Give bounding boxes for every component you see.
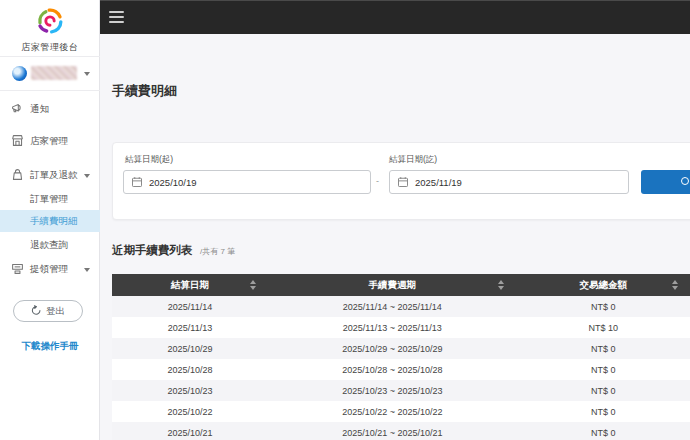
sidebar-item-withdrawal-management[interactable]: 提領管理 <box>0 260 100 280</box>
column-header-total-amount[interactable]: 交易總金額 <box>517 274 690 296</box>
table-cell: 2025/11/13 <box>112 317 268 338</box>
sidebar-item-store-management[interactable]: 店家管理 <box>0 132 100 152</box>
search-button[interactable] <box>641 170 690 194</box>
table-cell: NT$ 0 <box>517 401 690 422</box>
table-row: 2025/10/222025/10/22 ~ 2025/10/22NT$ 0 <box>112 401 690 422</box>
column-label: 交易總金額 <box>580 279 628 290</box>
main-content: 手續費明細 結算日期(起) - 結算日期(訖) 近期手續費列表 /共有 7 筆 <box>100 34 690 440</box>
table-cell: 2025/11/14 ~ 2025/11/14 <box>268 296 517 317</box>
table-cell: 2025/10/29 ~ 2025/10/29 <box>268 338 517 359</box>
table-header-row: 結算日期 手續費週期 交易總金額 <box>112 274 690 296</box>
table-cell: 2025/10/21 <box>112 422 268 440</box>
hamburger-menu-icon[interactable] <box>109 11 124 23</box>
date-range-separator: - <box>376 176 379 186</box>
start-date-input[interactable] <box>123 170 371 194</box>
sidebar-subitem-fee-details[interactable]: 手續費明細 <box>0 210 100 232</box>
start-date-value[interactable] <box>149 177 370 188</box>
search-icon <box>681 177 689 185</box>
list-title: 近期手續費列表 <box>112 244 193 256</box>
table-row: 2025/11/132025/11/13 ~ 2025/11/13NT$ 10 <box>112 317 690 338</box>
table-cell: NT$ 0 <box>517 296 690 317</box>
table-cell: NT$ 0 <box>517 359 690 380</box>
sidebar-subitem-label: 退款查詢 <box>30 239 68 252</box>
table-cell: 2025/10/21 ~ 2025/10/21 <box>268 422 517 440</box>
sidebar-item-label: 店家管理 <box>30 135 68 148</box>
sidebar-subitem-label: 訂單管理 <box>30 193 68 206</box>
list-header: 近期手續費列表 /共有 7 筆 <box>112 240 235 258</box>
app-window: 店家管理後台 通知 店家管理 訂單及退款 <box>0 0 690 440</box>
sidebar: 店家管理後台 通知 店家管理 訂單及退款 <box>0 0 100 440</box>
account-avatar-icon <box>12 66 27 81</box>
sort-icon[interactable] <box>249 280 256 290</box>
fee-table-body: 2025/11/142025/11/14 ~ 2025/11/14NT$ 020… <box>112 296 690 440</box>
divider <box>0 56 100 57</box>
column-header-fee-period[interactable]: 手續費週期 <box>268 274 517 296</box>
fee-table: 結算日期 手續費週期 交易總金額 2025/11/142025/11/14 ~ … <box>112 274 690 440</box>
logo-swirl-icon <box>35 22 65 39</box>
storefront-icon <box>11 134 24 147</box>
sidebar-subitem-order-management[interactable]: 訂單管理 <box>0 188 100 210</box>
chevron-down-icon <box>84 268 90 272</box>
calendar-icon <box>397 176 409 188</box>
sidebar-subitem-label: 手續費明細 <box>30 215 78 228</box>
table-row: 2025/10/282025/10/28 ~ 2025/10/28NT$ 0 <box>112 359 690 380</box>
chevron-down-icon <box>84 174 90 178</box>
sidebar-item-label: 通知 <box>30 103 49 116</box>
table-cell: 2025/11/14 <box>112 296 268 317</box>
page-title: 手續費明細 <box>112 82 177 100</box>
table-cell: 2025/10/28 <box>112 359 268 380</box>
table-cell: 2025/10/28 ~ 2025/10/28 <box>268 359 517 380</box>
sort-icon[interactable] <box>671 280 678 290</box>
top-navbar <box>100 0 690 34</box>
table-cell: 2025/10/22 <box>112 401 268 422</box>
start-date-label: 結算日期(起) <box>125 154 173 166</box>
account-menu[interactable] <box>0 62 100 88</box>
filter-card: 結算日期(起) - 結算日期(訖) <box>112 142 690 220</box>
table-cell: 2025/10/23 <box>112 380 268 401</box>
sidebar-item-label: 提領管理 <box>30 263 68 276</box>
table-cell: NT$ 10 <box>517 317 690 338</box>
end-date-value[interactable] <box>415 177 628 188</box>
table-cell: NT$ 0 <box>517 338 690 359</box>
bag-icon <box>11 168 24 181</box>
sort-icon[interactable] <box>498 280 505 290</box>
megaphone-icon <box>11 102 24 115</box>
table-cell: 2025/10/29 <box>112 338 268 359</box>
chevron-down-icon <box>84 72 90 76</box>
table-cell: NT$ 0 <box>517 422 690 440</box>
sidebar-item-notifications[interactable]: 通知 <box>0 100 100 120</box>
logo-text: 店家管理後台 <box>0 41 100 54</box>
logout-button[interactable]: 登出 <box>13 300 83 322</box>
table-row: 2025/11/142025/11/14 ~ 2025/11/14NT$ 0 <box>112 296 690 317</box>
table-cell: 2025/10/23 ~ 2025/10/23 <box>268 380 517 401</box>
sidebar-item-label: 訂單及退款 <box>30 169 78 182</box>
list-count-note: /共有 7 筆 <box>200 247 235 256</box>
column-label: 結算日期 <box>171 279 209 290</box>
logout-label: 登出 <box>46 305 65 318</box>
table-cell: 2025/11/13 ~ 2025/11/13 <box>268 317 517 338</box>
logout-icon <box>31 305 42 318</box>
table-row: 2025/10/292025/10/29 ~ 2025/10/29NT$ 0 <box>112 338 690 359</box>
sidebar-item-orders-refunds[interactable]: 訂單及退款 <box>0 166 100 186</box>
column-label: 手續費週期 <box>369 279 417 290</box>
end-date-input[interactable] <box>389 170 629 194</box>
download-manual-link[interactable]: 下載操作手冊 <box>0 340 100 353</box>
sidebar-subitem-refund-inquiry[interactable]: 退款查詢 <box>0 234 100 256</box>
account-name-redacted <box>31 66 77 80</box>
divider <box>0 90 100 91</box>
table-row: 2025/10/232025/10/23 ~ 2025/10/23NT$ 0 <box>112 380 690 401</box>
calendar-icon <box>131 176 143 188</box>
table-row: 2025/10/212025/10/21 ~ 2025/10/21NT$ 0 <box>112 422 690 440</box>
table-cell: NT$ 0 <box>517 380 690 401</box>
table-cell: 2025/10/22 ~ 2025/10/22 <box>268 401 517 422</box>
app-logo: 店家管理後台 <box>0 6 100 54</box>
column-header-settlement-date[interactable]: 結算日期 <box>112 274 268 296</box>
end-date-label: 結算日期(訖) <box>389 154 437 166</box>
atm-icon <box>11 262 24 275</box>
